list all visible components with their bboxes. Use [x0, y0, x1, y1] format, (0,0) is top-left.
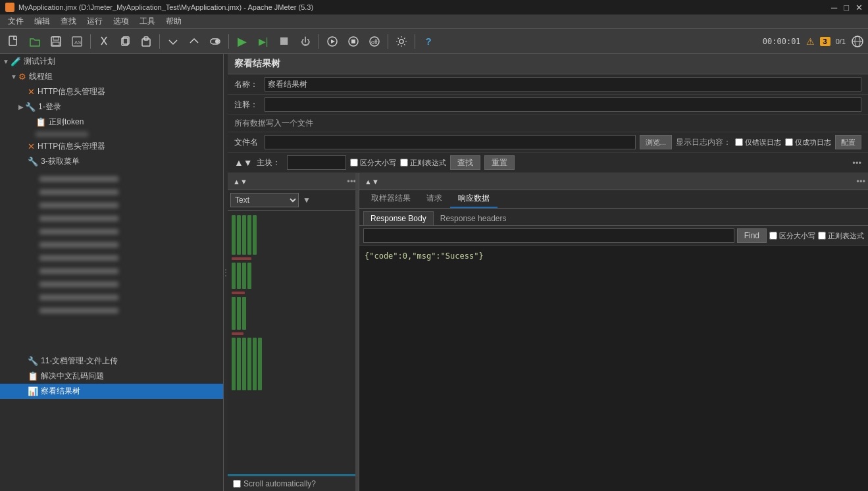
right-panel-toolbar: ▲▼ •••	[359, 173, 868, 190]
resp-regex-checkbox[interactable]	[818, 232, 826, 240]
error-only-label[interactable]: 仅错误日志	[735, 138, 781, 147]
start-button[interactable]: ▶	[232, 32, 252, 51]
sidebar-item-resulttree[interactable]: 📊 察看结果树	[0, 384, 223, 399]
success-only-checkbox[interactable]	[785, 138, 793, 146]
menu-tools[interactable]: 工具	[134, 14, 161, 28]
sidebar-item-label-login: 1-登录	[38, 101, 61, 113]
split-area: ▲▼ ••• Text HTML JSON XML Regexp Tester …	[228, 173, 868, 491]
resp-case-label[interactable]: 区分大小写	[769, 231, 815, 241]
copy-button[interactable]	[115, 32, 135, 51]
lpt-expand-btn[interactable]: ▲▼	[230, 176, 250, 187]
sub-tab-response-headers[interactable]: Response headers	[434, 212, 513, 225]
resp-case-checkbox[interactable]	[769, 232, 777, 240]
sub-tab-response-body[interactable]: Response Body	[363, 211, 434, 225]
titlebar-controls[interactable]: ─ □ ✕	[831, 3, 863, 13]
tab-response-data[interactable]: 响应数据	[450, 190, 498, 208]
lpt-more-icon[interactable]: •••	[347, 176, 356, 186]
config-button[interactable]: 配置	[835, 135, 861, 149]
content-area: 察看结果树 名称： 注释： 所有数据写入一个文件 文件名 浏览... 显示日志内…	[228, 54, 868, 491]
collapse-button[interactable]	[184, 32, 204, 51]
regex-label[interactable]: 正则表达式	[400, 158, 446, 168]
remote-start-button[interactable]	[322, 32, 342, 51]
search-input[interactable]	[287, 155, 346, 170]
shutdown-button[interactable]: ⏻	[295, 32, 315, 51]
settings-button[interactable]	[392, 32, 411, 51]
menu-edit[interactable]: 编辑	[29, 14, 55, 28]
regex-checkbox[interactable]	[400, 159, 408, 167]
expand-button[interactable]	[163, 32, 183, 51]
cut-button[interactable]	[94, 32, 114, 51]
reset-button[interactable]: 重置	[484, 155, 515, 170]
menu-run[interactable]: 运行	[82, 14, 108, 28]
name-input[interactable]	[265, 77, 861, 91]
comment-label: 注释：	[234, 99, 261, 111]
login-icon: 🔧	[25, 102, 36, 112]
response-search-input[interactable]	[363, 228, 734, 243]
tab-request[interactable]: 请求	[419, 190, 450, 208]
case-sensitive-checkbox[interactable]	[350, 159, 358, 167]
file-row: 文件名 浏览... 显示日志内容： 仅错误日志 仅成功日志 配置	[228, 132, 868, 153]
right-panel: ▲▼ ••• 取样器结果 请求 响应数据	[359, 173, 868, 491]
sidebar-item-blurred2[interactable]	[0, 169, 223, 353]
sidebar-item-label-httpheader2: HTTP信息头管理器	[38, 141, 105, 152]
success-only-label[interactable]: 仅成功日志	[785, 138, 831, 147]
blurred-label-1	[36, 132, 88, 137]
remote-stop-button[interactable]	[344, 32, 363, 51]
error-only-checkbox[interactable]	[735, 138, 743, 146]
sidebar-item-getmenu[interactable]: 🔧 3-获取菜单	[0, 154, 223, 169]
toggle-button[interactable]	[205, 32, 225, 51]
sidebar-item-threadgroup[interactable]: ▼ ⚙ 线程组	[0, 69, 223, 84]
scroll-auto-label: Scroll automatically?	[243, 479, 316, 488]
svg-rect-17	[351, 39, 355, 43]
search-more-icon[interactable]: •••	[852, 158, 861, 168]
open-button[interactable]	[25, 32, 45, 51]
response-find-button[interactable]: Find	[737, 228, 767, 243]
menu-help[interactable]: 帮助	[161, 14, 187, 28]
toolbar-sep-4	[319, 34, 319, 49]
filename-input[interactable]	[265, 135, 636, 149]
sidebar-item-httpheader2[interactable]: ✕ HTTP信息头管理器	[0, 139, 223, 154]
blurred-label-7	[39, 242, 118, 247]
vertical-resize-handle[interactable]	[355, 173, 359, 491]
rpt-more-icon[interactable]: •••	[856, 176, 865, 186]
globe-icon	[851, 35, 864, 48]
tab-sampler-result[interactable]: 取样器结果	[363, 190, 419, 208]
format-select[interactable]: Text HTML JSON XML Regexp Tester	[230, 193, 299, 207]
sidebar-item-httpheader1[interactable]: ✕ HTTP信息头管理器	[0, 84, 223, 99]
svg-text:off: off	[371, 39, 378, 45]
saveas-button[interactable]: AS	[67, 32, 87, 51]
new-button[interactable]	[4, 32, 24, 51]
paste-button[interactable]	[136, 32, 156, 51]
sidebar-item-fileupload[interactable]: 🔧 11-文档管理-文件上传	[0, 353, 223, 369]
rpt-expand-btn[interactable]: ▲▼	[362, 176, 382, 187]
titlebar: MyApplication.jmx (D:\Jmeter_MyApplicati…	[0, 0, 868, 14]
blurred-label-8	[39, 255, 118, 261]
sidebar-item-testplan[interactable]: ▼ 🧪 测试计划	[0, 54, 223, 69]
sidebar-item-encoding[interactable]: 📋 解决中文乱码问题	[0, 369, 223, 384]
menu-options[interactable]: 选项	[108, 14, 134, 28]
main: ▼ 🧪 测试计划 ▼ ⚙ 线程组 ✕ HTTP信息头管理器 ▶ 🔧 1-登录 📋…	[0, 54, 868, 491]
sidebar-item-blurred1[interactable]	[0, 130, 223, 139]
remote-shutdown-button[interactable]: off	[365, 32, 384, 51]
minimize-btn[interactable]: ─	[831, 3, 837, 13]
browse-button[interactable]: 浏览...	[640, 135, 672, 149]
close-btn[interactable]: ✕	[855, 3, 863, 13]
blurred-label-2	[39, 176, 118, 182]
find-button[interactable]: 查找	[450, 155, 480, 170]
scroll-auto-checkbox[interactable]	[233, 480, 241, 488]
start-nopause-button[interactable]: ▶|	[253, 32, 273, 51]
help-button[interactable]: ?	[419, 32, 438, 51]
menu-file[interactable]: 文件	[3, 14, 29, 28]
stop-button[interactable]: ⏹	[274, 32, 294, 51]
sidebar-item-regextoken[interactable]: 📋 正则token	[0, 115, 223, 130]
search-expand-icon[interactable]: ▲▼	[234, 157, 253, 168]
menu-find[interactable]: 查找	[55, 14, 82, 28]
case-sensitive-label[interactable]: 区分大小写	[350, 158, 396, 168]
blurred-label-12	[39, 308, 118, 313]
save-button[interactable]	[46, 32, 66, 51]
resp-regex-label[interactable]: 正则表达式	[818, 231, 864, 241]
comment-input[interactable]	[265, 97, 861, 112]
sidebar-item-login[interactable]: ▶ 🔧 1-登录	[0, 99, 223, 115]
maximize-btn[interactable]: □	[844, 3, 849, 13]
sidebar-item-label-threadgroup: 线程组	[29, 71, 53, 82]
